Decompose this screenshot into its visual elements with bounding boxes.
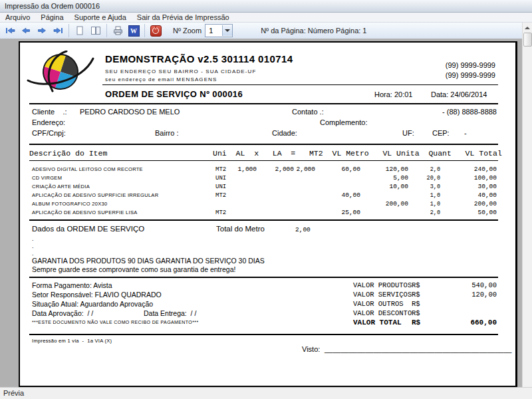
zoom-select[interactable]: 1: [205, 24, 233, 37]
company-logo: [25, 51, 96, 93]
divider: [29, 160, 498, 161]
order-date: Data: 24/06/2014: [431, 90, 487, 98]
scroll-up-button[interactable]: [523, 23, 531, 32]
previous-page-icon: [21, 25, 31, 36]
cpf-label: CPF/Cnpj:: [32, 129, 66, 137]
dot-line: .: [32, 235, 34, 242]
bairro-label: Bairro :: [155, 129, 178, 137]
divider: [29, 334, 498, 335]
vertical-scrollbar[interactable]: [522, 23, 532, 396]
garantia-line-2: Sempre guarde esse comprovante como sua …: [32, 265, 235, 273]
previous-page-button[interactable]: [19, 24, 33, 38]
toolbar: W Nº Zoom 1 Nº da Página: Número Página:…: [0, 23, 523, 39]
next-page-icon: [37, 25, 47, 36]
preview-area[interactable]: DEMONSTRAÇÃO v2.5 301114 010714 SEU ENDE…: [0, 39, 523, 388]
power-off-icon: [150, 25, 162, 37]
complement-label: Complemento:: [320, 118, 368, 126]
print-button[interactable]: [110, 24, 125, 38]
last-page-button[interactable]: [51, 24, 65, 38]
divider: [102, 84, 498, 85]
table-row: CD VIRGEM UNI 5,00 20,0 100,00: [20, 174, 515, 182]
chevron-down-icon: [225, 29, 230, 32]
company-address: SEU ENDEREÇO SEU BAIRRO - SUA CIDADE-UF: [105, 68, 256, 74]
payment-row: Situação Atual: Aguardando Aprovação VAL…: [20, 300, 515, 309]
single-page-view-button[interactable]: [72, 24, 87, 38]
cep-value: -: [464, 129, 467, 137]
data-entrega: Data Entrega: / /: [144, 309, 196, 317]
menu-sair-previa[interactable]: Sair da Prévia de Impressão: [132, 13, 235, 22]
company-email: seu endereço de email MENSAGENS: [105, 76, 217, 82]
payment-row: Forma Pagamento: Avista VALOR PRODUTOS R…: [20, 281, 515, 290]
dados-title: Dados da ORDEM DE SERVIÇO: [32, 225, 144, 233]
table-row: ALBUM FOTOGRAFICO 20X30 200,00 1,0 200,0…: [20, 200, 515, 208]
visto-label: Visto:: [302, 345, 320, 353]
table-row: APLICAÇÃO DE ADESIVO SUPRFICIE IRREGULAR…: [20, 191, 515, 200]
divider: [29, 277, 498, 278]
single-page-icon: [74, 25, 85, 36]
order-time: Hora: 20:01: [374, 90, 412, 98]
situacao-atual: Situação Atual: Aguardando Aprovação: [32, 300, 153, 308]
company-name: DEMONSTRAÇÃO v2.5 301114 010714: [105, 53, 293, 65]
zoom-dropdown-button[interactable]: [222, 25, 232, 36]
total-metro-value: 2,00: [295, 226, 311, 233]
printer-icon: [112, 25, 124, 36]
aviso-recibo: ***ESTE DOCUMENTO NÃO VALE COMO RECIBO D…: [32, 320, 199, 325]
word-icon: W: [128, 25, 140, 37]
menu-pagina[interactable]: Página: [35, 13, 68, 22]
first-page-icon: [5, 25, 16, 36]
via-note: Impressão em 1 via - 1a VIA (X): [32, 338, 112, 344]
app-window: Impressão da Ordem 000016 Arquivo Página…: [0, 0, 532, 399]
items-table-header: Descrição do Item Uni AL x LA = MT2 VL M…: [29, 149, 502, 158]
two-page-view-button[interactable]: [88, 24, 103, 38]
document-page: DEMONSTRAÇÃO v2.5 301114 010714 SEU ENDE…: [19, 41, 517, 388]
status-label: Prévia: [3, 389, 24, 397]
last-page-icon: [53, 25, 64, 36]
zoom-label: Nº Zoom: [173, 27, 201, 35]
payment-row: Setor Responsável: FLAVIO QUADRADO VALOR…: [20, 291, 515, 299]
cep-label: CEP:: [432, 129, 450, 137]
total-metro-label: Total do Metro: [216, 225, 265, 233]
uf-label: UF:: [402, 129, 414, 137]
toolbar-separator: [106, 24, 107, 37]
payment-row: Data Aprovação: / / Data Entrega: / / VA…: [20, 309, 515, 318]
table-row: ADESIVO DIGITAL LEITOSO COM RECORTE MT2 …: [20, 165, 515, 174]
arrow-up-icon: [525, 27, 530, 29]
close-preview-button[interactable]: [148, 24, 163, 38]
export-word-button[interactable]: W: [126, 24, 141, 38]
order-title: ORDEM DE SERVIÇO Nº 000016: [105, 89, 243, 99]
menu-arquivo[interactable]: Arquivo: [0, 13, 35, 22]
client-name: PEDRO CARDOSO DE MELO: [80, 108, 180, 116]
dot-line: .: [32, 243, 34, 249]
first-page-button[interactable]: [3, 24, 17, 38]
title-bar: Impressão da Ordem 000016: [0, 0, 532, 13]
address-label: Endereço:: [32, 118, 65, 126]
payment-row-total: ***ESTE DOCUMENTO NÃO VALE COMO RECIBO D…: [20, 319, 515, 327]
status-bar: Prévia: [0, 387, 532, 399]
contact-value: - (88) 8888-8888: [442, 108, 497, 116]
company-phone-1: (99) 9999-9999: [446, 61, 495, 69]
dot-line: .: [32, 250, 34, 257]
client-label: Cliente .:: [32, 108, 67, 116]
divider: [29, 144, 498, 145]
divider: [29, 103, 498, 104]
menu-suporte-ajuda[interactable]: Suporte e Ajuda: [69, 13, 132, 22]
menu-bar: Arquivo Página Suporte e Ajuda Sair da P…: [0, 13, 532, 23]
cidade-label: Cidade:: [272, 129, 297, 137]
table-row: CRIAÇÃO ARTE MÉDIA UNI 10,00 3,0 30,00: [20, 182, 515, 191]
toolbar-separator: [68, 24, 69, 37]
zoom-value: 1: [205, 27, 222, 35]
company-phone-2: (99) 9999-9999: [446, 71, 495, 79]
scrollbar-thumb[interactable]: [523, 33, 532, 47]
page-info-label: Nº da Página: Número Página: 1: [261, 27, 366, 35]
two-page-icon: [90, 25, 102, 36]
data-aprovacao: Data Aprovação: / /: [32, 309, 93, 317]
next-page-button[interactable]: [35, 24, 49, 38]
contact-label: Contato .:: [292, 108, 324, 116]
visto-signature-line: ________________________________________…: [325, 345, 511, 353]
setor-responsavel: Setor Responsável: FLAVIO QUADRADO: [32, 291, 162, 299]
forma-pagamento: Forma Pagamento: Avista: [32, 281, 112, 289]
window-title: Impressão da Ordem 000016: [5, 2, 100, 10]
garantia-line-1: GARANTIA DOS PRODUTOS 90 DIAS GARANTIA D…: [32, 257, 265, 265]
divider: [29, 219, 498, 221]
toolbar-separator: [144, 24, 145, 37]
